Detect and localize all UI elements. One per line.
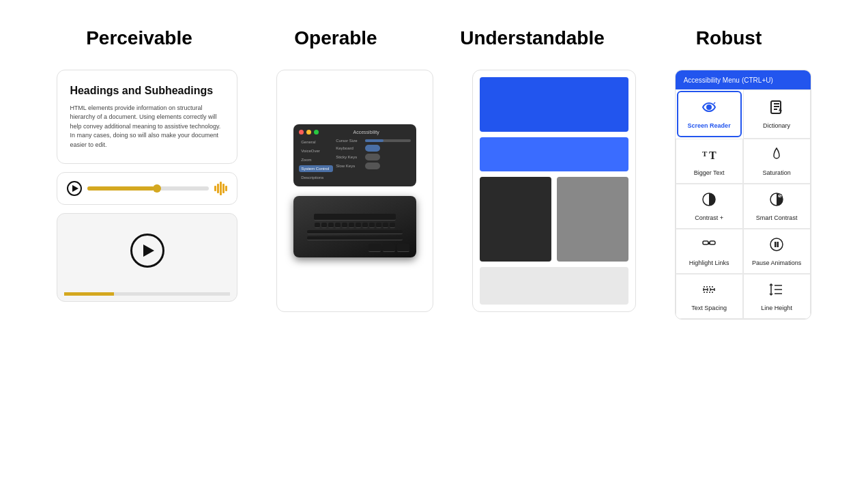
color-block-blue-large: [480, 77, 628, 132]
operable-card: Accessibility General VoiceOver Zoom Sys…: [276, 70, 433, 312]
kb-key-b3: [397, 244, 409, 252]
menu-item-contrast-plus[interactable]: Contrast +: [676, 184, 743, 229]
video-player-card: [57, 213, 237, 302]
color-block-blue-small: [480, 137, 628, 171]
accessibility-menu-card: Accessibility Menu (CTRL+U) Screen Reade…: [675, 70, 811, 320]
color-block-dark: [480, 177, 551, 262]
wave-bar-1: [214, 186, 216, 191]
kb-key-1: [315, 223, 320, 228]
mac-toggle-3: [365, 163, 380, 169]
saturation-icon: [768, 146, 785, 166]
mac-sidebar: General VoiceOver Zoom System Control De…: [299, 139, 333, 181]
kb-key-8: [362, 223, 368, 228]
screen-reader-icon: [701, 99, 717, 119]
operable-column: Accessibility General VoiceOver Zoom Sys…: [276, 70, 433, 312]
line-height-icon: [768, 281, 785, 301]
mac-sidebar-general: General: [299, 139, 333, 145]
mac-sidebar-zoom: Zoom: [299, 156, 333, 163]
menu-item-dictionary[interactable]: A Dictionary: [743, 89, 811, 139]
menu-item-highlight-links[interactable]: Highlight Links: [676, 229, 743, 274]
mac-label-1: Cursor Size: [336, 139, 363, 143]
svg-text:A: A: [779, 107, 782, 112]
smart-contrast-label: Smart Contrast: [756, 214, 798, 221]
kb-key-6: [349, 223, 354, 228]
menu-item-bigger-text[interactable]: T T Bigger Text: [676, 139, 743, 184]
video-progress-bar[interactable]: [64, 292, 230, 296]
audio-play-button[interactable]: [67, 181, 82, 196]
col3-header: Understandable: [437, 27, 628, 49]
color-block-light: [480, 267, 628, 305]
screen-reader-label: Screen Reader: [688, 122, 731, 129]
menu-item-text-spacing[interactable]: Text Spacing: [676, 274, 743, 319]
mac-label-2: Keyboard: [336, 146, 363, 150]
kb-key-spacebar: [314, 214, 396, 221]
svg-line-13: [709, 243, 710, 245]
audio-player-card: [57, 172, 237, 205]
mac-dot-red: [299, 130, 304, 135]
col1-header: Perceivable: [44, 27, 235, 49]
robust-column: Accessibility Menu (CTRL+U) Screen Reade…: [675, 70, 811, 320]
audio-progress-bar[interactable]: [87, 186, 209, 191]
perceivable-column: Headings and Subheadings HTML elements p…: [57, 70, 237, 302]
col4-header: Robust: [633, 27, 824, 49]
color-block-gray: [557, 177, 628, 262]
dictionary-icon: A: [768, 99, 785, 119]
contrast-plus-icon: [701, 191, 717, 211]
text-spacing-icon: [701, 281, 717, 301]
braille-keyboard-image: [293, 196, 416, 257]
svg-rect-15: [775, 242, 777, 247]
kb-key-9: [369, 223, 375, 228]
columns-header: Perceivable Operable Understandable Robu…: [41, 27, 827, 49]
kb-key-7: [356, 223, 361, 228]
wave-bar-2: [217, 184, 219, 193]
kb-key-4: [335, 223, 341, 228]
columns-content: Headings and Subheadings HTML elements p…: [41, 70, 827, 320]
video-play-button[interactable]: [130, 234, 164, 268]
kb-key-row3: [307, 230, 403, 234]
menu-item-line-height[interactable]: Line Height: [743, 274, 811, 319]
kb-key-5: [342, 223, 347, 228]
mac-slider-fill-1: [365, 139, 384, 142]
svg-point-0: [707, 105, 711, 109]
bigger-text-icon: T T: [701, 146, 717, 166]
mac-dot-green: [314, 130, 319, 135]
menu-item-screen-reader[interactable]: Screen Reader: [677, 91, 742, 137]
kb-row-4: [307, 236, 403, 240]
smart-contrast-icon: S: [768, 191, 785, 211]
menu-item-smart-contrast[interactable]: S Smart Contrast: [743, 184, 811, 229]
mac-row-1: Cursor Size: [336, 139, 411, 143]
mac-main-panel: Cursor Size Keyboard Sticky Keys: [336, 139, 411, 181]
kb-key-11: [383, 223, 388, 228]
audio-bar-fill: [87, 186, 154, 191]
headings-card: Headings and Subheadings HTML elements p…: [57, 70, 237, 164]
kb-key-12: [390, 223, 395, 228]
svg-rect-9: [703, 241, 708, 244]
svg-point-14: [770, 238, 783, 251]
svg-text:T: T: [709, 150, 717, 161]
kb-key-3: [328, 223, 334, 228]
wave-bar-3: [220, 182, 222, 195]
mac-toggle-1: [365, 145, 380, 152]
menu-header: Accessibility Menu (CTRL+U): [676, 70, 811, 89]
kb-key-b2: [383, 244, 395, 252]
pause-animations-icon: [768, 236, 785, 256]
headings-text: HTML elements provide information on str…: [70, 104, 225, 150]
text-spacing-label: Text Spacing: [691, 305, 727, 311]
wave-bar-5: [225, 186, 227, 191]
mac-titlebar: Accessibility: [299, 130, 411, 135]
highlight-links-label: Highlight Links: [689, 259, 729, 266]
video-play-area[interactable]: [57, 214, 237, 287]
menu-item-saturation[interactable]: Saturation: [743, 139, 811, 184]
color-blocks-row: [480, 177, 628, 262]
pause-animations-label: Pause Animations: [752, 259, 801, 266]
svg-rect-10: [710, 241, 715, 244]
col2-header: Operable: [240, 27, 431, 49]
mac-window-title: Accessibility: [321, 130, 411, 135]
menu-grid: Screen Reader A Dictionary: [676, 89, 811, 319]
sound-waves: [214, 182, 227, 195]
menu-item-pause-animations[interactable]: Pause Animations: [743, 229, 811, 274]
menu-shortcut: (CTRL+U): [742, 76, 773, 84]
svg-rect-16: [777, 242, 779, 247]
mac-row-2: Keyboard: [336, 145, 411, 152]
line-height-label: Line Height: [761, 305, 792, 311]
